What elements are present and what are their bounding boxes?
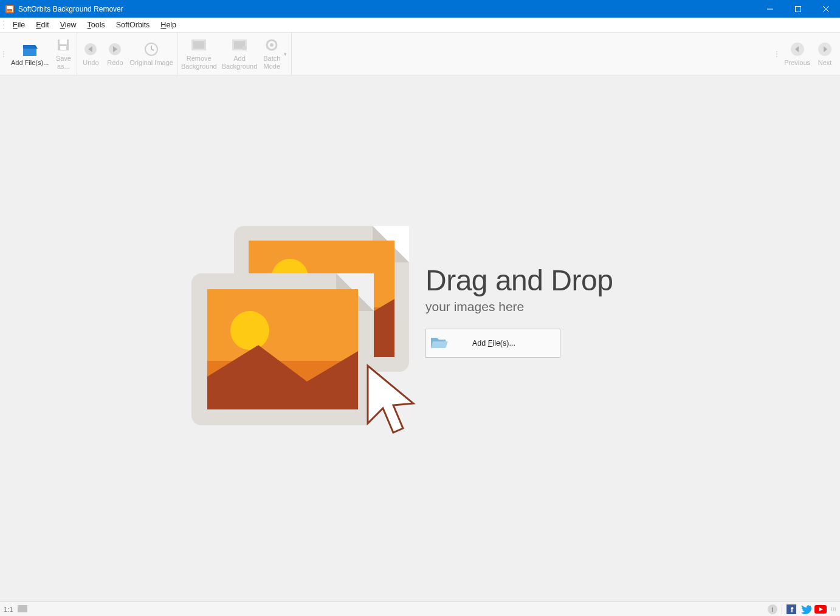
menu-view[interactable]: View [55, 19, 82, 31]
zoom-level: 1:1 [4, 606, 13, 613]
previous-icon [790, 41, 805, 57]
twitter-icon[interactable] [800, 603, 812, 615]
youtube-icon[interactable] [814, 603, 827, 615]
menu-edit[interactable]: Edit [30, 19, 55, 31]
facebook-icon[interactable]: f [785, 603, 797, 615]
drop-zone-title: Drag and Drop [425, 264, 613, 297]
add-files-panel-button[interactable]: Add File(s)... [425, 329, 560, 358]
maximize-button[interactable] [784, 0, 812, 18]
next-button: Next [813, 34, 837, 74]
resize-grip[interactable] [830, 607, 836, 611]
add-bg-icon [232, 37, 247, 53]
undo-button: Undo [78, 34, 103, 74]
svg-rect-18 [243, 46, 247, 50]
minimize-button[interactable] [756, 0, 784, 18]
svg-point-20 [270, 43, 274, 47]
add-files-icon [22, 41, 38, 57]
app-icon [5, 4, 15, 14]
svg-point-30 [230, 311, 269, 350]
save-icon [55, 37, 71, 53]
original-image-button: Original Image [127, 34, 176, 74]
status-thumbnail-icon [18, 605, 27, 614]
drop-zone-subtitle: your images here [425, 299, 613, 314]
status-bar: 1:1 i f [0, 601, 840, 616]
close-button[interactable] [812, 0, 840, 18]
toolbar-grip-right [775, 33, 779, 75]
menubar-grip [2, 19, 6, 30]
add-files-button[interactable]: Add File(s)... [9, 34, 51, 74]
add-background-button: Add Background [219, 34, 260, 74]
save-as-button: Saveas... [51, 34, 75, 74]
menu-softorbits[interactable]: SoftOrbits [111, 19, 156, 31]
redo-button: Redo [103, 34, 127, 74]
svg-rect-7 [23, 49, 36, 56]
toolbar-overflow[interactable]: ▾ [284, 34, 290, 74]
svg-rect-9 [60, 39, 67, 44]
drop-illustration [185, 226, 422, 453]
svg-text:i: i [771, 606, 773, 613]
menu-tools[interactable]: Tools [82, 19, 111, 31]
window-title: SoftOrbits Background Remover [18, 5, 123, 13]
svg-rect-29 [207, 289, 358, 361]
remove-background-button: Remove Background [179, 34, 219, 74]
batch-gear-icon [264, 37, 280, 53]
svg-rect-15 [193, 41, 204, 49]
clock-icon [143, 41, 159, 57]
redo-icon [107, 41, 123, 57]
batch-mode-button: Batch Mode [260, 34, 284, 74]
undo-icon [83, 41, 98, 57]
toolbar: Add File(s)... Saveas... Undo Redo Or [0, 33, 840, 75]
svg-rect-31 [18, 605, 27, 612]
remove-bg-icon [191, 37, 207, 53]
folder-open-icon [431, 336, 448, 351]
svg-rect-10 [60, 46, 66, 50]
title-bar: SoftOrbits Background Remover [0, 0, 840, 18]
menu-bar: File Edit View Tools SoftOrbits Help [0, 18, 840, 33]
menu-help[interactable]: Help [155, 19, 182, 31]
info-icon[interactable]: i [766, 603, 779, 615]
workspace[interactable]: Drag and Drop your images here Add File(… [0, 75, 840, 601]
menu-file[interactable]: File [7, 19, 30, 31]
svg-text:f: f [791, 605, 794, 614]
next-icon [817, 41, 833, 57]
svg-rect-4 [796, 6, 801, 12]
previous-button: Previous [782, 34, 813, 74]
toolbar-grip [2, 33, 5, 75]
svg-rect-2 [7, 9, 12, 12]
